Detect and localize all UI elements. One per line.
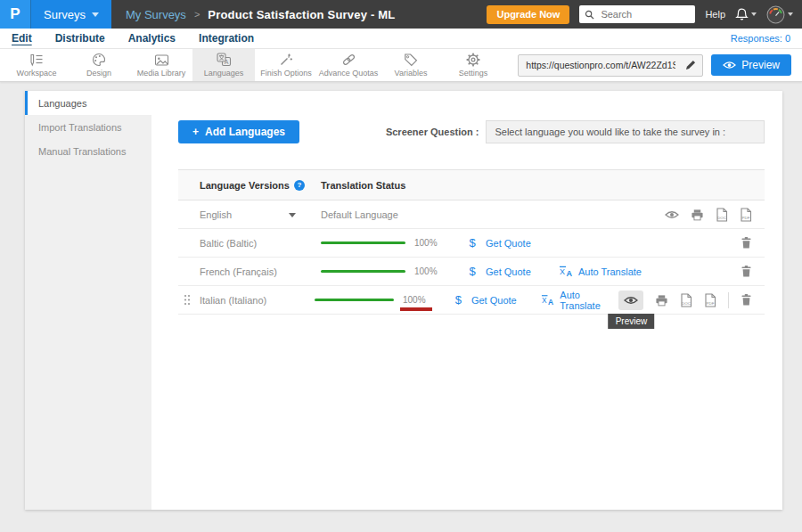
surveys-menu-label: Surveys bbox=[44, 8, 86, 21]
translation-progress-percent: 100% bbox=[414, 266, 445, 276]
language-cell: Baltic (Baltic) bbox=[178, 238, 321, 249]
pencil-icon bbox=[685, 60, 696, 70]
get-quote-link[interactable]: Get Quote bbox=[471, 295, 518, 306]
language-name: Baltic (Baltic) bbox=[200, 238, 257, 249]
upgrade-now-button[interactable]: Upgrade Now bbox=[487, 5, 569, 24]
survey-title: Product Satisfaction Survey - ML bbox=[208, 8, 395, 21]
dollar-icon[interactable]: $ bbox=[453, 293, 464, 307]
translation-progress-bar bbox=[321, 241, 405, 244]
status-cell: Default Language bbox=[321, 209, 398, 220]
preview-tooltip: Preview bbox=[609, 314, 655, 329]
plus-icon: + bbox=[192, 126, 199, 138]
header-language-label: Language Versions bbox=[200, 180, 290, 191]
sidebar-item-import-translations[interactable]: Import Translations bbox=[25, 115, 151, 139]
top-row: + Add Languages Screener Question : Sele… bbox=[178, 120, 765, 143]
get-quote-link[interactable]: Get Quote bbox=[486, 238, 536, 249]
auto-translate-icon: XA bbox=[559, 266, 573, 277]
toolbar-item-advance-quotas[interactable]: Advance Quotas bbox=[317, 49, 380, 81]
translation-progress-bar bbox=[315, 299, 394, 301]
toolbar-item-workspace[interactable]: Workspace bbox=[5, 49, 68, 81]
toolbar-label: Media Library bbox=[137, 69, 186, 78]
sidebar-item-languages[interactable]: Languages bbox=[25, 91, 151, 115]
eye-icon bbox=[665, 210, 679, 219]
workspace-icon bbox=[29, 53, 44, 67]
survey-url-input[interactable] bbox=[519, 60, 679, 70]
export-doc-button[interactable]: DOC bbox=[680, 293, 692, 307]
screener-question-label: Screener Question : bbox=[386, 127, 479, 137]
get-quote-link[interactable]: Get Quote bbox=[486, 266, 536, 277]
translation-progress-percent: 100% bbox=[414, 238, 445, 248]
svg-text:DOC: DOC bbox=[683, 300, 692, 305]
auto-translate-link[interactable]: XA Auto Translate bbox=[541, 290, 618, 311]
toolbar-item-finish-options[interactable]: Finish Options bbox=[255, 49, 317, 81]
doc-file-icon: DOC bbox=[680, 293, 692, 307]
language-versions-table: Language Versions ? Translation Status E… bbox=[178, 169, 765, 315]
toolbar-label: Advance Quotas bbox=[319, 69, 379, 78]
chevron-down-icon bbox=[751, 12, 757, 16]
language-name: Italian (Italiano) bbox=[200, 295, 266, 306]
tab-edit[interactable]: Edit bbox=[12, 32, 32, 45]
tag-icon bbox=[404, 53, 418, 67]
delete-language-button[interactable] bbox=[741, 265, 752, 278]
toolbar-item-design[interactable]: Design bbox=[68, 49, 130, 81]
toolbar-item-variables[interactable]: Variables bbox=[380, 49, 442, 81]
surveys-menu[interactable]: Surveys bbox=[31, 0, 111, 29]
edit-toolbar: Workspace Design Media Library A Languag… bbox=[0, 49, 802, 82]
questionpro-logo[interactable]: P bbox=[0, 0, 31, 29]
sidebar-item-manual-translations[interactable]: Manual Translations bbox=[25, 139, 151, 163]
export-pdf-button[interactable]: PDF bbox=[740, 208, 752, 222]
table-row-baltic: Baltic (Baltic) 100% $ Get Quote bbox=[178, 229, 765, 258]
red-highlight-annotation bbox=[400, 307, 432, 311]
global-search[interactable] bbox=[579, 5, 695, 23]
chevron-down-icon[interactable] bbox=[289, 213, 296, 217]
help-link[interactable]: Help bbox=[705, 9, 725, 20]
trash-icon bbox=[741, 293, 752, 307]
delete-language-button[interactable] bbox=[741, 293, 752, 307]
screener-question-select[interactable]: Select language you would like to take t… bbox=[486, 120, 765, 143]
translation-progress-bar bbox=[321, 270, 405, 273]
preview-button[interactable]: Preview bbox=[711, 54, 791, 76]
dollar-icon[interactable]: $ bbox=[466, 236, 479, 250]
auto-translate-label: Auto Translate bbox=[578, 266, 642, 277]
chain-link-icon bbox=[341, 53, 356, 67]
export-pdf-button[interactable]: PDF bbox=[704, 293, 716, 307]
languages-sidebar: Languages Import Translations Manual Tra… bbox=[25, 91, 151, 510]
svg-text:A: A bbox=[548, 298, 553, 306]
pdf-file-icon: PDF bbox=[704, 293, 716, 307]
trash-icon bbox=[741, 236, 752, 250]
print-button[interactable] bbox=[655, 294, 668, 307]
notifications-menu[interactable] bbox=[735, 8, 757, 21]
responses-count[interactable]: Responses: 0 bbox=[731, 33, 790, 44]
preview-eye-button[interactable] bbox=[665, 210, 679, 219]
account-menu[interactable] bbox=[766, 5, 793, 24]
dollar-icon[interactable]: $ bbox=[466, 265, 479, 278]
tab-distribute[interactable]: Distribute bbox=[55, 32, 105, 45]
drag-handle-icon[interactable] bbox=[184, 294, 191, 306]
toolbar-item-media-library[interactable]: Media Library bbox=[130, 49, 192, 81]
eye-icon bbox=[624, 296, 638, 305]
edit-url-button[interactable] bbox=[679, 55, 702, 76]
svg-text:A: A bbox=[567, 269, 573, 277]
print-button[interactable] bbox=[691, 209, 704, 221]
language-cell[interactable]: English bbox=[178, 209, 321, 220]
image-icon bbox=[154, 53, 169, 67]
toolbar-item-settings[interactable]: Settings bbox=[442, 49, 504, 81]
export-doc-button[interactable]: DOC bbox=[716, 208, 728, 222]
add-languages-button[interactable]: + Add Languages bbox=[178, 120, 299, 143]
help-question-icon[interactable]: ? bbox=[294, 180, 305, 191]
breadcrumb-my-surveys[interactable]: My Surveys bbox=[126, 8, 186, 21]
avatar-gauge-icon bbox=[766, 5, 785, 24]
delete-language-button[interactable] bbox=[741, 236, 752, 250]
tab-analytics[interactable]: Analytics bbox=[128, 32, 176, 45]
toolbar-item-languages[interactable]: A Languages bbox=[192, 49, 255, 81]
screener-question-group: Screener Question : Select language you … bbox=[386, 120, 765, 143]
navbar-right: Upgrade Now Help bbox=[487, 5, 802, 24]
row-actions bbox=[741, 236, 765, 250]
search-input[interactable] bbox=[599, 8, 683, 20]
auto-translate-link[interactable]: XA Auto Translate bbox=[559, 266, 642, 277]
tab-integration[interactable]: Integration bbox=[199, 32, 254, 45]
status-cell: 100% $ Get Quote bbox=[321, 236, 536, 250]
survey-url-box bbox=[518, 54, 703, 77]
row-actions: DOC PDF bbox=[665, 208, 765, 222]
preview-eye-button[interactable]: Preview bbox=[618, 291, 643, 310]
